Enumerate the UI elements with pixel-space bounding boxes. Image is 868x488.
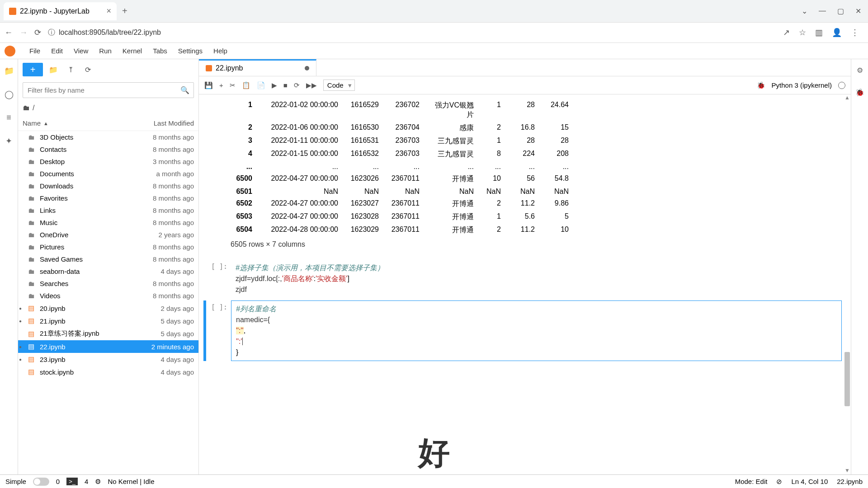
simple-label: Simple xyxy=(5,478,26,485)
menubar: FileEditViewRunKernelTabsSettingsHelp xyxy=(0,43,868,59)
extensions-icon[interactable]: ✦ xyxy=(5,136,12,146)
code-cell[interactable]: [ ]: #选择子集（演示用，本项目不需要选择子集） zjdf=yddf.loc… xyxy=(203,260,842,298)
cut-icon[interactable]: ✂ xyxy=(230,81,236,89)
scroll-down-icon[interactable]: ▼ xyxy=(844,467,850,474)
add-cell-icon[interactable]: + xyxy=(219,81,223,89)
file-item[interactable]: ●▤21.ipynb5 days ago xyxy=(18,314,198,327)
table-row: 32022-01-11 00:00:001616531236703三九感冒灵12… xyxy=(231,135,842,148)
ime-overlay: 好 xyxy=(418,432,450,474)
paste-icon[interactable]: 📄 xyxy=(257,81,265,89)
file-item[interactable]: 🖿Pictures8 months ago xyxy=(18,241,198,253)
restart-icon[interactable]: ⟳ xyxy=(294,81,300,89)
url-input[interactable]: ⓘ localhost:8905/lab/tree/22.ipynb xyxy=(48,28,776,38)
file-item[interactable]: 🖿seaborn-data4 days ago xyxy=(18,265,198,277)
menu-settings[interactable]: Settings xyxy=(173,45,208,56)
menu-view[interactable]: View xyxy=(68,45,94,56)
file-item[interactable]: 🖿Contacts8 months ago xyxy=(18,143,198,155)
table-row: 65002022-04-27 00:00:0016230262367011开博通… xyxy=(231,173,842,186)
copy-icon[interactable]: 📋 xyxy=(242,81,250,89)
jupyter-logo xyxy=(5,46,15,56)
chevron-down-icon[interactable]: ⌄ xyxy=(802,7,807,15)
gear-icon[interactable]: ⚙ xyxy=(95,478,101,486)
file-item[interactable]: ●▤23.ipynb4 days ago xyxy=(18,353,198,366)
file-item[interactable]: ●▤20.ipynb2 days ago xyxy=(18,302,198,314)
table-row: 12022-01-02 00:00:001616529236702强力VC银翘片… xyxy=(231,99,842,122)
save-icon[interactable]: 💾 xyxy=(204,81,213,89)
upload-icon[interactable]: ⤒ xyxy=(64,66,77,74)
bookmark-icon[interactable]: ☆ xyxy=(799,28,806,38)
run-icon[interactable]: ▶ xyxy=(272,81,277,89)
folder-icon: 🖿 xyxy=(28,170,35,178)
file-item[interactable]: 🖿Favorites8 months ago xyxy=(18,192,198,204)
minimize-icon[interactable]: — xyxy=(819,7,826,15)
file-item[interactable]: 🖿Videos8 months ago xyxy=(18,290,198,302)
terminal-count: 0 xyxy=(56,478,60,485)
file-item[interactable]: ●▤22.ipynb2 minutes ago xyxy=(18,340,198,353)
folder-icon: 🖿 xyxy=(23,104,30,112)
notebook-tab[interactable]: 22.ipynb xyxy=(199,59,316,76)
cell-type-select[interactable]: Code xyxy=(323,80,355,91)
close-window-icon[interactable]: ✕ xyxy=(855,7,861,15)
file-item[interactable]: 🖿Music8 months ago xyxy=(18,216,198,229)
folder-icon[interactable]: 📁 xyxy=(4,66,14,76)
debug-icon[interactable]: 🐞 xyxy=(757,81,765,89)
right-activity-bar: ⚙ 🐞 xyxy=(851,59,868,474)
scrollbar-thumb[interactable] xyxy=(844,352,850,406)
code-cell-active[interactable]: [ ]: #列名重命名 namedic={ '':'', '':' } xyxy=(203,300,842,361)
address-bar: ← → ⟳ ⓘ localhost:8905/lab/tree/22.ipynb… xyxy=(0,23,868,43)
stop-icon[interactable]: ■ xyxy=(283,81,288,89)
file-item[interactable]: 🖿Desktop3 months ago xyxy=(18,155,198,168)
scroll-up-icon[interactable]: ▲ xyxy=(844,94,850,101)
debug-panel-icon[interactable]: 🐞 xyxy=(855,88,864,97)
breadcrumb[interactable]: 🖿 / xyxy=(18,100,198,116)
file-item[interactable]: ▤stock.ipynb4 days ago xyxy=(18,366,198,378)
folder-icon: 🖿 xyxy=(28,219,35,226)
file-item[interactable]: 🖿Downloads8 months ago xyxy=(18,180,198,192)
menu-help[interactable]: Help xyxy=(208,45,233,56)
reload-button[interactable]: ⟳ xyxy=(34,28,41,38)
gear-icon[interactable]: ⚙ xyxy=(857,66,863,75)
forward-button[interactable]: → xyxy=(19,28,28,38)
profile-icon[interactable]: 👤 xyxy=(832,28,842,38)
file-item[interactable]: 🖿3D Objects8 months ago xyxy=(18,131,198,143)
folder-icon: 🖿 xyxy=(28,231,35,239)
refresh-icon[interactable]: ⟳ xyxy=(81,66,94,74)
menu-file[interactable]: File xyxy=(24,45,46,56)
folder-icon: 🖿 xyxy=(28,206,35,214)
new-tab-button[interactable]: + xyxy=(122,6,127,16)
folder-icon: 🖿 xyxy=(28,267,35,275)
file-item[interactable]: 🖿Links8 months ago xyxy=(18,204,198,216)
file-item[interactable]: ▤21章练习答案.ipynb5 days ago xyxy=(18,327,198,340)
code-editor[interactable]: #列名重命名 namedic={ '':'', '':' } xyxy=(231,300,842,361)
menu-kernel[interactable]: Kernel xyxy=(117,45,147,56)
run-all-icon[interactable]: ▶▶ xyxy=(306,81,317,89)
name-column-header[interactable]: Name ▲ xyxy=(23,119,126,127)
file-item[interactable]: 🖿Documentsa month ago xyxy=(18,168,198,180)
menu-edit[interactable]: Edit xyxy=(46,45,68,56)
kernel-name[interactable]: Python 3 (ipykernel) xyxy=(772,81,832,89)
simple-toggle[interactable] xyxy=(33,478,49,486)
close-tab-icon[interactable]: × xyxy=(106,6,111,16)
running-icon[interactable]: ◯ xyxy=(5,89,14,99)
file-item[interactable]: 🖿Searches8 months ago xyxy=(18,277,198,290)
browser-tab[interactable]: 22.ipynb - JupyterLab × xyxy=(4,2,117,20)
back-button[interactable]: ← xyxy=(5,28,13,38)
menu-icon[interactable]: ⋮ xyxy=(851,28,859,38)
jupyter-favicon xyxy=(9,8,16,15)
share-icon[interactable]: ↗ xyxy=(783,28,790,38)
toc-icon[interactable]: ≡ xyxy=(6,113,11,122)
file-item[interactable]: 🖿Saved Games8 months ago xyxy=(18,253,198,265)
menu-tabs[interactable]: Tabs xyxy=(147,45,173,56)
maximize-icon[interactable]: ▢ xyxy=(837,7,844,15)
new-folder-icon[interactable]: 📁 xyxy=(47,66,60,74)
new-launcher-button[interactable]: + xyxy=(23,63,43,76)
modified-column-header[interactable]: Last Modified xyxy=(126,119,194,127)
filter-input[interactable] xyxy=(23,82,194,98)
sidepanel-icon[interactable]: ▥ xyxy=(815,28,823,38)
notebook-body[interactable]: ▲ 12022-01-02 00:00:001616529236702强力VC银… xyxy=(199,94,851,474)
menu-run[interactable]: Run xyxy=(94,45,117,56)
kernel-status-icon xyxy=(838,82,845,89)
file-item[interactable]: 🖿OneDrive2 years ago xyxy=(18,229,198,241)
cursor-status-icon: ⊘ xyxy=(776,478,782,486)
browser-tab-bar: 22.ipynb - JupyterLab × + ⌄ — ▢ ✕ xyxy=(0,0,868,23)
